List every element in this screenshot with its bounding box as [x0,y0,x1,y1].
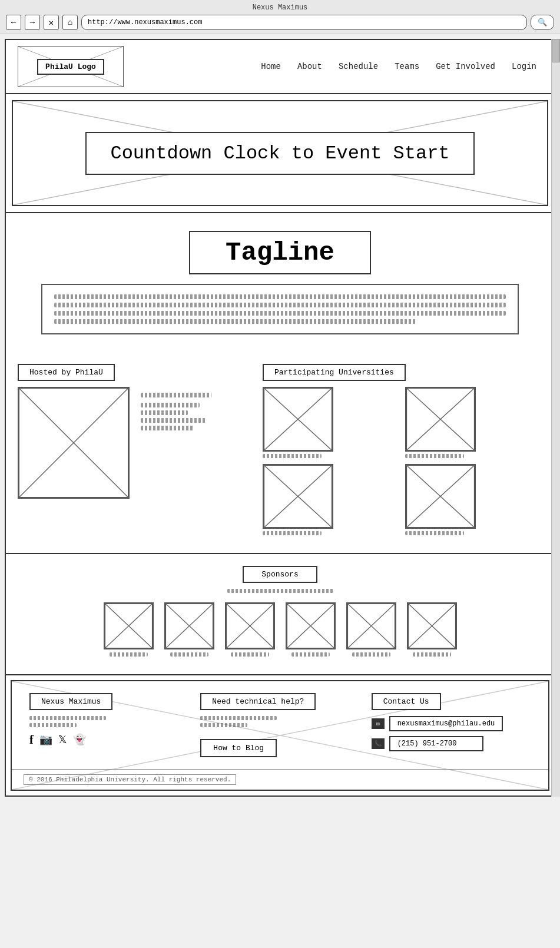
home-button[interactable]: ⌂ [62,15,78,30]
desc-line-4 [54,319,416,324]
sponsor-svg-0 [105,604,153,648]
footer-col2-line-1 [200,716,277,720]
uni-svg-2 [264,465,332,528]
scrollbar-thumb[interactable] [552,39,560,62]
footer-col3-label: Contact Us [372,693,441,710]
hosted-image-svg [19,388,128,498]
nav-login[interactable]: Login [512,62,536,71]
facebook-icon[interactable]: f [29,733,34,747]
host-info-line-2 [141,410,188,415]
tagline-box: Tagline [189,231,371,274]
uni-grid [263,387,542,535]
host-info-line-3 [141,418,206,423]
contact-phone-value: (215) 951-2700 [389,736,483,751]
uni-svg-0 [264,388,332,450]
sponsors-subtitle [227,589,333,593]
sponsor-image-2 [225,602,275,649]
host-info-line-1 [141,403,200,407]
back-button[interactable]: ← [6,15,21,30]
contact-email-row: ✉ nexusmaximus@philau.edu [372,716,531,731]
hero-banner: Countdown Clock to Event Start [6,94,554,213]
site-nav: Home About Schedule Teams Get Involved L… [124,62,542,71]
footer-col1-text [29,716,188,727]
sponsor-label-1 [170,652,208,657]
sponsor-svg-3 [287,604,334,648]
footer-cols: Nexus Maximus f 📷 𝕏 👻 Need technical hel… [12,681,548,769]
footer-copyright: © 2016 Philadelphia University. All righ… [12,769,548,790]
sponsor-label-3 [291,652,330,657]
two-col-section: Hosted by PhilaU [6,358,554,553]
sponsor-item-4 [346,602,396,657]
contact-phone-row: 📞 (215) 951-2700 [372,736,531,751]
footer-col1-line-2 [29,723,77,727]
close-button[interactable]: ✕ [44,15,59,30]
nav-about[interactable]: About [297,62,322,71]
forward-button[interactable]: → [25,15,40,30]
tagline-section: Tagline [6,213,554,358]
how-to-blog-button[interactable]: How to Blog [200,739,277,757]
footer-col-1: Nexus Maximus f 📷 𝕏 👻 [24,693,194,757]
host-info-line-bold [141,393,211,397]
host-info [138,393,211,499]
nav-teams[interactable]: Teams [395,62,419,71]
sponsor-svg-1 [165,604,213,648]
hero-inner: Countdown Clock to Event Start [12,100,548,206]
uni-label-2 [263,531,322,535]
url-bar[interactable] [81,15,527,30]
browser-chrome: Nexus Maximus ← → ✕ ⌂ 🔍 [0,0,560,34]
nav-get-involved[interactable]: Get Involved [436,62,495,71]
footer-inner: Nexus Maximus f 📷 𝕏 👻 Need technical hel… [11,680,549,791]
sponsor-image-3 [286,602,336,649]
uni-label-1 [405,454,464,458]
participating-label: Participating Universities [263,364,406,381]
uni-label-3 [405,531,464,535]
footer-col-3: Contact Us ✉ nexusmaximus@philau.edu 📞 (… [366,693,536,757]
footer-col1-line-1 [29,716,106,720]
browser-title: Nexus Maximus [6,4,554,12]
desc-line-1 [54,294,506,299]
uni-item-2 [263,464,400,535]
sponsor-image-0 [104,602,154,649]
site-header: PhilaU Logo Home About Schedule Teams Ge… [6,40,554,94]
uni-item-0 [263,387,400,458]
uni-svg-1 [406,388,475,450]
instagram-icon[interactable]: 📷 [39,733,52,747]
sponsor-svg-4 [347,604,395,648]
search-button[interactable]: 🔍 [531,15,554,30]
countdown-box: Countdown Clock to Event Start [85,132,474,175]
nav-home[interactable]: Home [261,62,281,71]
sponsor-item-2 [225,602,275,657]
scrollbar[interactable] [551,39,560,797]
logo-label: PhilaU Logo [37,59,104,75]
phone-icon: 📞 [372,738,385,749]
uni-item-3 [405,464,542,535]
sponsor-item-1 [164,602,214,657]
hosted-section: Hosted by PhilaU [18,364,251,535]
footer-col2-label: Need technical help? [200,693,316,710]
uni-svg-3 [406,465,475,528]
logo-wireframe: PhilaU Logo [18,46,124,87]
desc-line-3 [54,311,506,316]
uni-label-0 [263,454,322,458]
uni-image-0 [263,387,333,452]
desc-line-2 [54,303,506,307]
twitter-icon[interactable]: 𝕏 [58,733,67,747]
sponsors-label: Sponsors [243,566,317,583]
nav-schedule[interactable]: Schedule [339,62,378,71]
browser-toolbar: ← → ✕ ⌂ 🔍 [6,15,554,30]
snapchat-icon[interactable]: 👻 [73,733,86,747]
sponsor-item-5 [407,602,457,657]
sponsor-svg-2 [226,604,274,648]
social-icons: f 📷 𝕏 👻 [29,733,188,747]
footer-col1-label: Nexus Maximus [29,693,112,710]
sponsor-label-4 [352,652,390,657]
sponsor-item-3 [286,602,336,657]
sponsors-grid [18,602,542,657]
copyright-text: © 2016 Philadelphia University. All righ… [24,774,236,785]
participating-section: Participating Universities [263,364,542,535]
email-icon: ✉ [372,718,385,729]
sponsor-item-0 [104,602,154,657]
footer-col2-text [200,716,359,727]
tagline-text: Tagline [226,238,334,267]
host-info-line-4 [141,426,194,430]
